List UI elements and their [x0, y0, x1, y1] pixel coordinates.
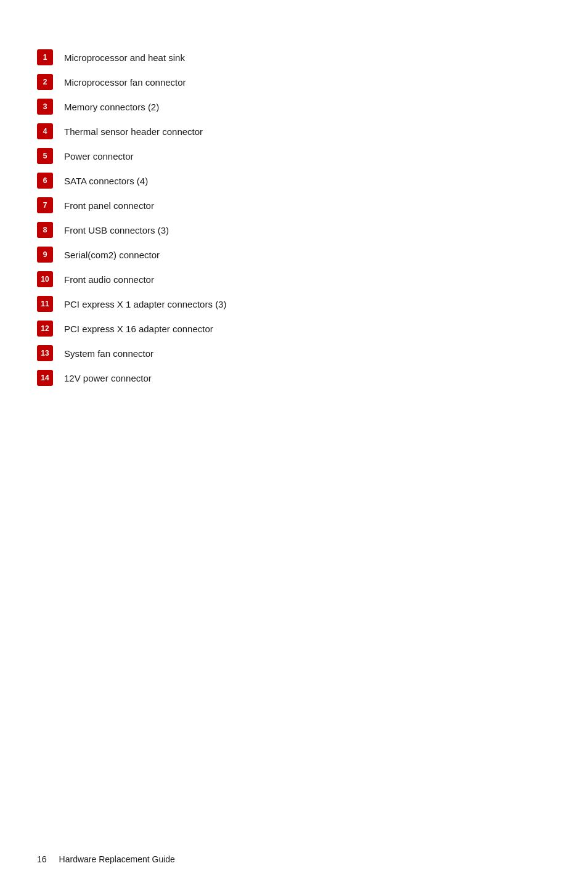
item-label: Front USB connectors (3) — [64, 224, 169, 237]
item-badge: 2 — [37, 74, 53, 90]
list-item: 4Thermal sensor header connector — [37, 123, 551, 139]
list-item: 6SATA connectors (4) — [37, 173, 551, 189]
item-label: Memory connectors (2) — [64, 100, 159, 113]
list-item: 11PCI express X 1 adapter connectors (3) — [37, 296, 551, 312]
item-label: Front audio connector — [64, 273, 154, 286]
list-item: 12PCI express X 16 adapter connector — [37, 321, 551, 337]
item-badge: 14 — [37, 370, 53, 386]
list-item: 1Microprocessor and heat sink — [37, 49, 551, 65]
item-badge: 7 — [37, 197, 53, 213]
item-badge: 3 — [37, 99, 53, 115]
item-label: System fan connector — [64, 347, 153, 360]
page-content: 1Microprocessor and heat sink2Microproce… — [0, 0, 588, 444]
item-badge: 4 — [37, 123, 53, 139]
list-item: 7Front panel connector — [37, 197, 551, 213]
item-label: Serial(com2) connector — [64, 248, 160, 261]
list-item: 13System fan connector — [37, 345, 551, 361]
component-list: 1Microprocessor and heat sink2Microproce… — [37, 37, 551, 386]
list-item: 3Memory connectors (2) — [37, 99, 551, 115]
item-badge: 1 — [37, 49, 53, 65]
item-badge: 10 — [37, 271, 53, 287]
item-label: Front panel connector — [64, 199, 154, 212]
list-item: 2Microprocessor fan connector — [37, 74, 551, 90]
item-badge: 12 — [37, 321, 53, 337]
list-item: 8Front USB connectors (3) — [37, 222, 551, 238]
list-item: 10Front audio connector — [37, 271, 551, 287]
footer-page-number: 16 — [37, 854, 47, 864]
item-label: Microprocessor and heat sink — [64, 51, 185, 64]
list-item: 5Power connector — [37, 148, 551, 164]
list-item: 1412V power connector — [37, 370, 551, 386]
page-footer: 16 Hardware Replacement Guide — [37, 854, 175, 864]
item-label: Thermal sensor header connector — [64, 125, 203, 138]
list-item: 9Serial(com2) connector — [37, 247, 551, 263]
item-label: SATA connectors (4) — [64, 174, 148, 187]
item-label: PCI express X 16 adapter connector — [64, 322, 213, 335]
item-badge: 11 — [37, 296, 53, 312]
footer-title: Hardware Replacement Guide — [59, 854, 175, 864]
item-badge: 5 — [37, 148, 53, 164]
item-label: 12V power connector — [64, 372, 152, 385]
item-label: PCI express X 1 adapter connectors (3) — [64, 298, 226, 311]
item-badge: 8 — [37, 222, 53, 238]
item-badge: 6 — [37, 173, 53, 189]
item-label: Microprocessor fan connector — [64, 76, 186, 89]
item-label: Power connector — [64, 150, 134, 163]
item-badge: 13 — [37, 345, 53, 361]
item-badge: 9 — [37, 247, 53, 263]
